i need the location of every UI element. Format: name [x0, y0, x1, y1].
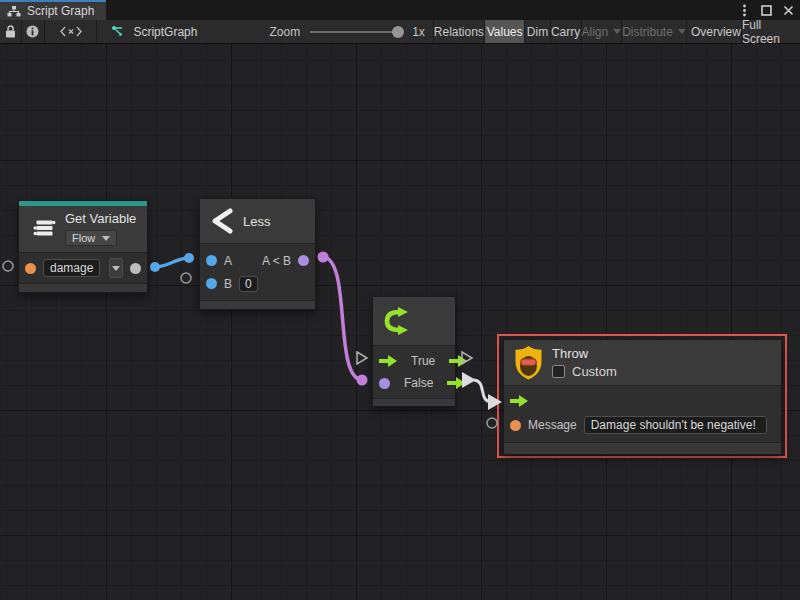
- values-button[interactable]: Values: [485, 20, 526, 43]
- info-icon: [26, 25, 39, 38]
- info-button[interactable]: [22, 20, 45, 43]
- node-get-variable[interactable]: Get Variable Flow damage: [18, 200, 148, 293]
- value-input-port[interactable]: [25, 263, 36, 274]
- window-controls: [736, 0, 796, 20]
- maximize-icon[interactable]: [758, 2, 774, 18]
- message-label: Message: [528, 418, 577, 432]
- code-icon: [60, 26, 82, 37]
- comparison-output-port[interactable]: [298, 255, 309, 266]
- input-b-port[interactable]: [206, 278, 217, 289]
- zoom-slider-handle[interactable]: [392, 26, 404, 38]
- wire-less-to-if[interactable]: [323, 257, 362, 380]
- unconnected-port-hint: [3, 261, 13, 271]
- custom-checkbox-label: Custom: [572, 364, 617, 379]
- zoom-slider[interactable]: [310, 31, 402, 33]
- node-title: Less: [243, 214, 270, 229]
- lock-icon: [5, 25, 16, 38]
- tab-title: Script Graph: [27, 4, 94, 18]
- less-than-icon: [210, 208, 234, 234]
- input-a-port[interactable]: [206, 255, 217, 266]
- align-button[interactable]: Align: [582, 20, 623, 43]
- wire-endpoint: [184, 253, 194, 263]
- wire-endpoint: [150, 262, 160, 272]
- variable-scope-dropdown[interactable]: Flow: [65, 230, 117, 246]
- carry-button[interactable]: Carry: [551, 20, 582, 43]
- lock-button[interactable]: [0, 20, 22, 43]
- graph-icon: [111, 25, 125, 39]
- chevron-down-icon: [102, 236, 110, 241]
- branch-icon: [381, 305, 411, 337]
- message-input-port[interactable]: [510, 420, 521, 431]
- node-footer: [373, 398, 455, 406]
- unconnected-flow-hint: [357, 352, 367, 364]
- tab-script-graph[interactable]: Script Graph: [0, 0, 106, 20]
- distribute-button[interactable]: Distribute: [622, 20, 687, 43]
- graph-canvas[interactable]: Get Variable Flow damage: [0, 44, 800, 600]
- node-throw[interactable]: Throw Custom Mess: [503, 339, 782, 455]
- get-variable-header[interactable]: Get Variable Flow: [19, 206, 147, 253]
- node-footer: [200, 300, 315, 309]
- variable-name-field[interactable]: damage: [43, 259, 100, 277]
- input-a-label: A: [224, 254, 232, 268]
- zoom-value: 1x: [412, 25, 425, 39]
- node-less[interactable]: Less A A < B B 0: [199, 198, 316, 310]
- wire-damage-to-a[interactable]: [155, 258, 189, 267]
- hierarchy-icon: [7, 5, 21, 18]
- selection-outline: Throw Custom Mess: [497, 334, 787, 458]
- less-header[interactable]: Less: [200, 199, 315, 244]
- dim-button[interactable]: Dim: [525, 20, 550, 43]
- custom-checkbox[interactable]: [552, 365, 565, 378]
- message-value-field[interactable]: Damage shouldn't be negative!: [584, 416, 767, 434]
- variable-icon: [33, 217, 56, 240]
- wire-endpoint: [318, 252, 329, 263]
- chevron-down-icon: [678, 29, 686, 34]
- close-icon[interactable]: [780, 2, 796, 18]
- node-title: Throw: [552, 346, 617, 361]
- input-b-value-field[interactable]: 0: [239, 276, 258, 292]
- false-label: False: [404, 376, 433, 390]
- wire-false-to-throw[interactable]: [474, 380, 491, 402]
- flow-input-port[interactable]: [379, 355, 397, 367]
- error-shield-icon: [514, 345, 543, 380]
- node-footer: [504, 442, 781, 454]
- true-output-port[interactable]: [449, 355, 467, 367]
- node-footer: [19, 283, 147, 292]
- false-output-port[interactable]: [447, 377, 465, 389]
- variable-name-dropdown-button[interactable]: [109, 258, 123, 278]
- wire-endpoint: [357, 375, 368, 386]
- value-output-port[interactable]: [130, 263, 141, 274]
- script-graph-window: Script Graph: [0, 0, 800, 600]
- output-label: A < B: [262, 254, 291, 268]
- graph-name-label[interactable]: ScriptGraph: [133, 25, 197, 39]
- variable-scope-value: Flow: [72, 232, 95, 244]
- unconnected-port-hint: [181, 273, 191, 283]
- chevron-down-icon: [613, 29, 621, 34]
- node-if[interactable]: True False: [372, 296, 456, 407]
- throw-header[interactable]: Throw Custom: [504, 340, 781, 386]
- toolbar-middle: ScriptGraph Zoom 1x: [97, 20, 433, 43]
- relations-button[interactable]: Relations: [434, 20, 485, 43]
- graph-toolbar: ScriptGraph Zoom 1x Relations Values Dim…: [0, 20, 800, 44]
- fullscreen-button[interactable]: Full Screen: [742, 20, 800, 43]
- if-header[interactable]: [373, 297, 455, 346]
- node-title: Get Variable: [65, 211, 136, 226]
- flow-input-port[interactable]: [510, 395, 528, 407]
- kebab-menu-icon[interactable]: [736, 2, 752, 18]
- condition-input-port[interactable]: [379, 378, 390, 389]
- tab-bar: Script Graph: [0, 0, 800, 20]
- overview-button[interactable]: Overview: [691, 20, 742, 43]
- unconnected-port-hint: [487, 418, 497, 428]
- zoom-label: Zoom: [269, 25, 300, 39]
- code-preview-button[interactable]: [45, 20, 98, 43]
- input-b-label: B: [224, 277, 232, 291]
- true-label: True: [411, 354, 435, 368]
